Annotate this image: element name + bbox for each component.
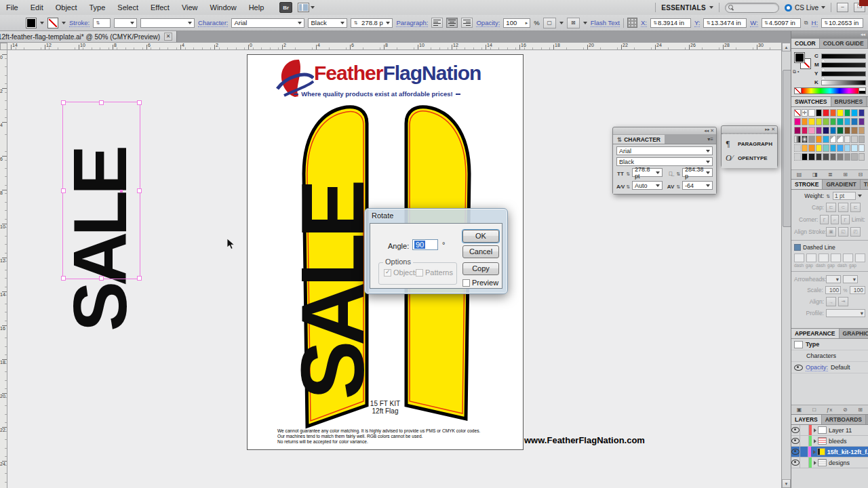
checkbox-checked-icon[interactable] <box>384 269 391 277</box>
font-family-combo[interactable]: Arial <box>231 18 304 28</box>
expand-triangle-icon[interactable] <box>814 428 816 432</box>
swatch[interactable] <box>823 127 829 134</box>
layer-row[interactable]: designs <box>791 458 868 468</box>
panel-button-icon[interactable]: ⊟ <box>858 171 863 178</box>
swatch[interactable] <box>837 127 844 134</box>
y-field[interactable]: ⇅13.3474 in <box>703 18 747 28</box>
swatch[interactable] <box>816 118 823 125</box>
search-input[interactable] <box>725 3 779 13</box>
menu-edit[interactable]: Edit <box>24 0 50 15</box>
panel-button-icon[interactable]: ⊞ <box>858 407 863 413</box>
stroke-weight-field[interactable]: ⇅ <box>93 18 111 28</box>
registration-swatch[interactable]: ✛ <box>802 109 808 117</box>
bridge-button[interactable]: Br <box>279 2 292 13</box>
appearance-tab-appearance[interactable]: APPEARANCE <box>791 329 840 338</box>
menu-file[interactable]: File <box>0 0 24 15</box>
stroke-weight-combo[interactable] <box>114 18 137 28</box>
char-kerning-combo[interactable]: Auto <box>632 181 663 190</box>
swatch[interactable] <box>851 144 858 152</box>
swatch[interactable] <box>859 118 865 125</box>
visibility-cell[interactable] <box>791 425 800 435</box>
cap-round-button[interactable]: ⊂ <box>838 203 848 212</box>
ok-button[interactable]: OK <box>462 230 499 243</box>
font-size-combo[interactable]: ⇅278.8 p <box>351 18 393 28</box>
swatch[interactable] <box>808 127 815 134</box>
swatch[interactable] <box>802 127 808 134</box>
paragraph-panel-button[interactable]: ¶ PARAGRAPH <box>726 137 773 151</box>
stroke-tab-stroke[interactable]: STROKE <box>791 180 823 189</box>
stepper-icon[interactable]: ⇅ <box>626 184 631 189</box>
swatch[interactable] <box>802 118 808 125</box>
h-field[interactable]: ⇅10.2653 in <box>821 18 863 28</box>
default-swatches-icon[interactable]: ⧉ ▪ <box>793 69 799 75</box>
menu-window[interactable]: Window <box>204 0 243 15</box>
swatch[interactable] <box>794 153 801 161</box>
char-tracking-combo[interactable]: -64 <box>682 181 713 190</box>
swatch[interactable] <box>816 144 823 152</box>
swatch[interactable] <box>859 127 865 134</box>
char-leading-combo[interactable]: 284.38 p <box>682 168 713 177</box>
layer-row[interactable]: Layer 11 <box>791 425 868 436</box>
color-spectrum[interactable] <box>794 87 866 94</box>
swatch[interactable] <box>830 118 837 125</box>
arrow-align-tip-button[interactable]: → <box>826 297 836 306</box>
slider-handle-icon[interactable] <box>821 77 825 79</box>
swatch[interactable] <box>844 118 851 125</box>
recolor-icon[interactable]: ⊠ <box>567 18 580 28</box>
panel-button-icon[interactable]: ◨ <box>812 171 818 178</box>
lock-cell[interactable] <box>800 436 809 446</box>
char-font-style-combo[interactable]: Black <box>616 157 713 166</box>
channel-slider[interactable] <box>821 80 866 85</box>
none-swatch-icon[interactable] <box>794 87 802 94</box>
arrowhead-end-combo[interactable]: ▾ <box>843 275 858 283</box>
opacity-field[interactable]: 100▸ <box>503 18 530 28</box>
swatch[interactable] <box>859 144 865 152</box>
menu-effect[interactable]: Effect <box>144 0 176 15</box>
dashed-line-checkbox[interactable] <box>794 244 801 251</box>
channel-slider[interactable] <box>821 62 866 68</box>
reference-point-icon[interactable] <box>627 18 637 28</box>
color-tab-color-guide[interactable]: COLOR GUIDE <box>820 39 868 48</box>
swatch[interactable] <box>859 109 865 117</box>
collapse-dock-icon[interactable]: ◂◂ <box>791 31 868 38</box>
x-link[interactable]: X: <box>641 19 647 27</box>
y-link[interactable]: Y: <box>694 19 700 27</box>
swatch[interactable] <box>794 127 801 134</box>
x-field[interactable]: ⇅8.3914 in <box>650 18 691 28</box>
copy-button[interactable]: Copy <box>462 262 499 275</box>
swatch[interactable] <box>802 144 808 152</box>
menu-help[interactable]: Help <box>243 0 271 15</box>
patterns-checkbox[interactable]: Patterns <box>416 268 453 277</box>
swatch[interactable] <box>816 136 823 143</box>
appearance-type-row[interactable]: Type <box>806 341 819 348</box>
arrow-align-end-button[interactable]: ⇥ <box>838 297 848 306</box>
corner-bevel-button[interactable]: Γ <box>841 215 849 224</box>
swatch[interactable] <box>794 136 801 143</box>
stroke-color-swatch[interactable] <box>47 18 58 28</box>
selection-handle[interactable] <box>61 276 66 281</box>
panel-button-icon[interactable]: ⊞ <box>843 171 848 178</box>
swatch[interactable] <box>808 118 815 125</box>
eye-icon[interactable] <box>794 365 803 371</box>
horizontal-ruler[interactable]: 1412108642024681012141618202224262830 <box>7 43 781 50</box>
dash-field[interactable] <box>806 253 816 262</box>
lock-cell[interactable] <box>800 458 809 468</box>
scroll-down-icon[interactable]: ▼ <box>782 479 791 488</box>
visibility-cell[interactable] <box>791 436 800 446</box>
document-tab[interactable]: 12ft-feather-flag-template.ai* @ 50% (CM… <box>0 31 177 42</box>
slider-handle-icon[interactable] <box>821 68 825 70</box>
char-font-family-combo[interactable]: Arial <box>616 146 713 155</box>
h-link[interactable]: H: <box>812 19 818 27</box>
swatch[interactable] <box>808 109 815 117</box>
fill-stroke-indicator[interactable] <box>794 52 812 70</box>
swatch[interactable] <box>794 109 801 117</box>
swatch[interactable] <box>830 136 837 143</box>
swatch[interactable] <box>844 127 851 134</box>
w-field[interactable]: ⇅4.5097 in <box>762 18 801 28</box>
stroke-tab-gradient[interactable]: GRADIENT <box>823 180 860 189</box>
stroke-tab-transparency[interactable]: TRANSPARENCY <box>861 180 868 189</box>
minimize-button[interactable]: – <box>837 3 848 12</box>
swatch[interactable] <box>808 136 815 143</box>
corner-round-button[interactable]: ⌐ <box>831 215 839 224</box>
expand-triangle-icon[interactable] <box>814 461 816 465</box>
